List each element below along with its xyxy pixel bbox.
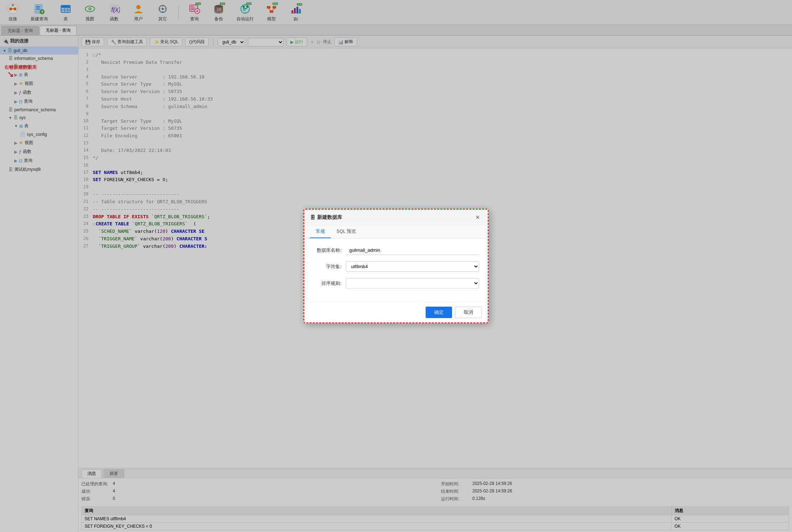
- new-database-modal: 🗄 新建数据库 ✕ 常规 SQL 预览 数据库名称: 字符集: utf8mb4 …: [303, 209, 489, 323]
- form-row-dbname: 数据库名称:: [313, 246, 479, 255]
- modal-title-text: 新建数据库: [317, 214, 342, 221]
- modal-close-button[interactable]: ✕: [473, 213, 482, 221]
- cancel-button[interactable]: 取消: [455, 307, 482, 318]
- modal-tab-general[interactable]: 常规: [310, 225, 331, 238]
- modal-title-icon: 🗄: [310, 215, 315, 220]
- dbname-label: 数据库名称:: [313, 247, 341, 254]
- modal-body: 数据库名称: 字符集: utf8mb4 utf8 latin1 gbk gb23…: [304, 239, 488, 302]
- modal-header: 🗄 新建数据库 ✕: [304, 210, 488, 225]
- modal-tab-sql-preview[interactable]: SQL 预览: [331, 225, 362, 238]
- collation-label: 排序规则:: [313, 280, 341, 287]
- form-row-charset: 字符集: utf8mb4 utf8 latin1 gbk gb2312: [313, 261, 479, 272]
- confirm-button[interactable]: 确定: [426, 307, 452, 318]
- form-row-collation: 排序规则:: [313, 278, 479, 288]
- charset-label: 字符集:: [313, 264, 341, 270]
- dbname-input[interactable]: [346, 246, 479, 255]
- modal-footer: 确定 取消: [304, 302, 488, 322]
- collation-select[interactable]: [346, 278, 479, 288]
- modal-tabs: 常规 SQL 预览: [304, 225, 488, 239]
- modal-overlay[interactable]: 🗄 新建数据库 ✕ 常规 SQL 预览 数据库名称: 字符集: utf8mb4 …: [0, 0, 792, 532]
- modal-title: 🗄 新建数据库: [310, 214, 342, 221]
- charset-select[interactable]: utf8mb4 utf8 latin1 gbk gb2312: [346, 261, 479, 272]
